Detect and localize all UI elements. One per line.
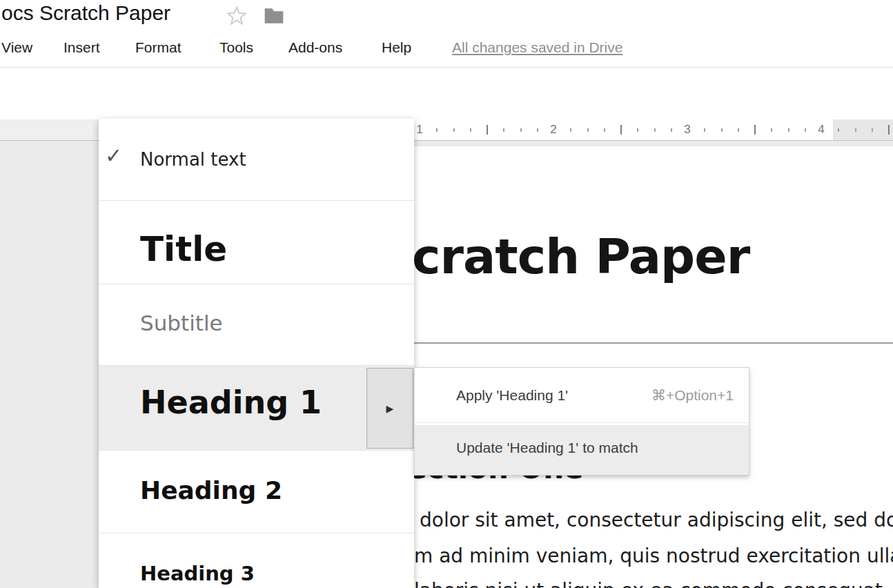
menu-item-heading3[interactable]: Heading 3: [140, 562, 255, 585]
menu-item-heading2[interactable]: Heading 2: [140, 476, 282, 504]
ruler-number: 4: [818, 123, 824, 137]
ruler-tick: [470, 128, 471, 132]
menu-item-normal-text[interactable]: Normal text: [140, 149, 246, 170]
save-status-link[interactable]: All changes saved in Drive: [452, 39, 622, 56]
body-text-line[interactable]: dolor sit amet, consectetur adipiscing e…: [420, 511, 893, 530]
ruler-tick: [805, 128, 806, 132]
ruler-tick: [888, 125, 890, 135]
menu-insert[interactable]: Insert: [63, 39, 100, 56]
menu-divider: [99, 200, 414, 201]
ruler-tick: [436, 128, 438, 132]
menu-item-heading1[interactable]: Heading 1: [140, 384, 322, 421]
ruler-tick: [754, 125, 756, 135]
document-title[interactable]: ocs Scratch Paper: [1, 1, 170, 25]
menu-divider: [99, 533, 414, 533]
heading1-submenu-button[interactable]: ▶: [366, 368, 413, 449]
star-icon[interactable]: [226, 5, 248, 27]
menu-addons[interactable]: Add-ons: [288, 39, 342, 56]
ruler-tick: [838, 128, 839, 132]
submenu-shortcut: ⌘+Option+1: [651, 387, 734, 404]
ruler-number: 3: [684, 123, 690, 137]
ruler-tick: [604, 128, 605, 132]
menu-item-title[interactable]: Title: [140, 229, 227, 269]
submenu-item-apply[interactable]: Apply 'Heading 1': [456, 387, 568, 404]
menu-help[interactable]: Help: [382, 39, 411, 56]
titlebar: ocs Scratch Paper: [0, 0, 893, 31]
ruler-tick: [637, 128, 638, 132]
menu-item-subtitle[interactable]: Subtitle: [140, 311, 223, 335]
ruler-right-margin: [833, 119, 893, 140]
ruler-tick: [537, 128, 538, 132]
ruler-tick: [620, 125, 622, 135]
submenu-divider: [415, 422, 749, 423]
ruler-number: 2: [550, 123, 556, 137]
ruler-tick: [671, 128, 672, 132]
menu-view[interactable]: View: [1, 39, 32, 56]
ruler-tick: [654, 128, 656, 132]
check-icon: ✓: [105, 144, 122, 168]
ruler-tick: [788, 128, 789, 132]
menu-tools[interactable]: Tools: [219, 39, 253, 56]
ruler-tick: [721, 128, 723, 132]
menu-format[interactable]: Format: [135, 39, 181, 56]
paragraph-style-menu: ✓ Normal text Title Subtitle Heading 1 ▶…: [99, 119, 414, 588]
menubar: View Insert Format Tools Add-ons Help Al…: [0, 31, 893, 67]
folder-icon[interactable]: [263, 6, 285, 26]
ruler-tick: [872, 128, 873, 132]
ruler-tick: [503, 128, 504, 132]
body-text-line[interactable]: m ad minim veniam, quis nostrud exercita…: [414, 547, 893, 566]
ruler-tick: [520, 128, 522, 132]
ruler-tick: [738, 128, 739, 132]
ruler-tick: [453, 128, 455, 132]
heading1-submenu: Apply 'Heading 1' ⌘+Option+1 Update 'Hea…: [414, 367, 749, 476]
toolbar: 100% Normal text Open Sans 11 B I U A +: [0, 68, 893, 119]
ruler-tick: [704, 128, 705, 132]
menu-divider: [99, 284, 414, 284]
submenu-arrow-icon: ▶: [386, 403, 394, 414]
ruler-tick: [587, 128, 589, 132]
ruler-tick: [570, 128, 571, 132]
ruler-tick: [855, 128, 856, 132]
ruler-tick: [771, 128, 772, 132]
ruler-number: 1: [416, 123, 422, 137]
document-heading-title[interactable]: cratch Paper: [412, 228, 749, 286]
ruler-tick: [487, 125, 488, 135]
menu-divider: [99, 450, 414, 451]
body-text-line[interactable]: laboris nisi ut aliquip ex ea commodo co…: [414, 581, 893, 588]
submenu-item-update[interactable]: Update 'Heading 1' to match: [456, 440, 638, 456]
